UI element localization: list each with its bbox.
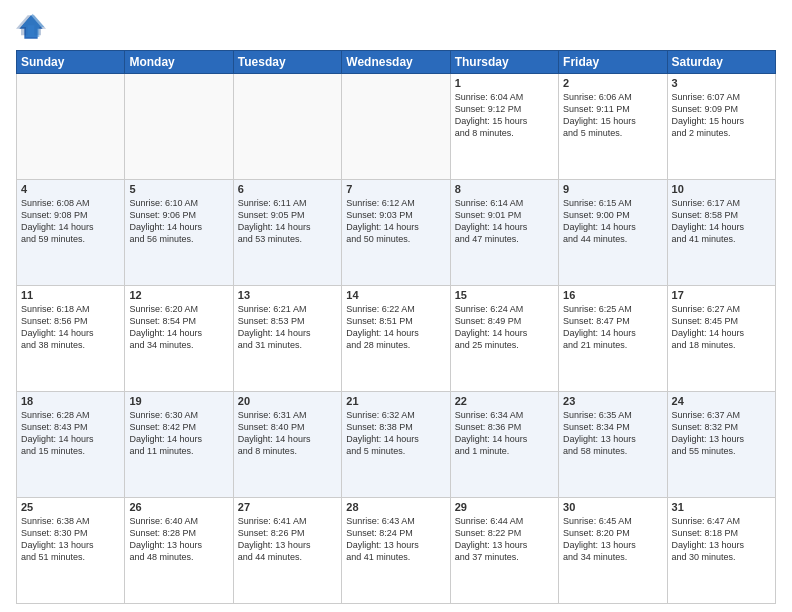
day-number: 26 <box>129 501 228 513</box>
day-info: Sunrise: 6:27 AM Sunset: 8:45 PM Dayligh… <box>672 304 745 350</box>
day-number: 24 <box>672 395 771 407</box>
day-info: Sunrise: 6:44 AM Sunset: 8:22 PM Dayligh… <box>455 516 528 562</box>
logo-icon <box>16 12 46 42</box>
calendar-table: SundayMondayTuesdayWednesdayThursdayFrid… <box>16 50 776 604</box>
day-info: Sunrise: 6:15 AM Sunset: 9:00 PM Dayligh… <box>563 198 636 244</box>
logo <box>16 12 50 42</box>
calendar-day-header: Friday <box>559 51 667 74</box>
day-info: Sunrise: 6:18 AM Sunset: 8:56 PM Dayligh… <box>21 304 94 350</box>
calendar-cell <box>233 74 341 180</box>
day-number: 8 <box>455 183 554 195</box>
calendar-week-row: 18Sunrise: 6:28 AM Sunset: 8:43 PM Dayli… <box>17 392 776 498</box>
day-info: Sunrise: 6:30 AM Sunset: 8:42 PM Dayligh… <box>129 410 202 456</box>
calendar-cell: 9Sunrise: 6:15 AM Sunset: 9:00 PM Daylig… <box>559 180 667 286</box>
calendar-week-row: 4Sunrise: 6:08 AM Sunset: 9:08 PM Daylig… <box>17 180 776 286</box>
day-number: 17 <box>672 289 771 301</box>
calendar-cell: 8Sunrise: 6:14 AM Sunset: 9:01 PM Daylig… <box>450 180 558 286</box>
calendar-cell: 23Sunrise: 6:35 AM Sunset: 8:34 PM Dayli… <box>559 392 667 498</box>
page: SundayMondayTuesdayWednesdayThursdayFrid… <box>0 0 792 612</box>
day-number: 19 <box>129 395 228 407</box>
calendar-day-header: Monday <box>125 51 233 74</box>
day-number: 3 <box>672 77 771 89</box>
day-info: Sunrise: 6:35 AM Sunset: 8:34 PM Dayligh… <box>563 410 636 456</box>
day-info: Sunrise: 6:08 AM Sunset: 9:08 PM Dayligh… <box>21 198 94 244</box>
calendar-week-row: 11Sunrise: 6:18 AM Sunset: 8:56 PM Dayli… <box>17 286 776 392</box>
calendar-cell: 24Sunrise: 6:37 AM Sunset: 8:32 PM Dayli… <box>667 392 775 498</box>
day-info: Sunrise: 6:11 AM Sunset: 9:05 PM Dayligh… <box>238 198 311 244</box>
day-info: Sunrise: 6:34 AM Sunset: 8:36 PM Dayligh… <box>455 410 528 456</box>
day-number: 23 <box>563 395 662 407</box>
calendar-cell: 30Sunrise: 6:45 AM Sunset: 8:20 PM Dayli… <box>559 498 667 604</box>
calendar-cell: 31Sunrise: 6:47 AM Sunset: 8:18 PM Dayli… <box>667 498 775 604</box>
day-info: Sunrise: 6:06 AM Sunset: 9:11 PM Dayligh… <box>563 92 636 138</box>
calendar-week-row: 1Sunrise: 6:04 AM Sunset: 9:12 PM Daylig… <box>17 74 776 180</box>
calendar-cell: 2Sunrise: 6:06 AM Sunset: 9:11 PM Daylig… <box>559 74 667 180</box>
calendar-cell: 21Sunrise: 6:32 AM Sunset: 8:38 PM Dayli… <box>342 392 450 498</box>
calendar-cell <box>342 74 450 180</box>
calendar-cell: 1Sunrise: 6:04 AM Sunset: 9:12 PM Daylig… <box>450 74 558 180</box>
day-number: 18 <box>21 395 120 407</box>
day-info: Sunrise: 6:25 AM Sunset: 8:47 PM Dayligh… <box>563 304 636 350</box>
day-number: 20 <box>238 395 337 407</box>
calendar-cell: 5Sunrise: 6:10 AM Sunset: 9:06 PM Daylig… <box>125 180 233 286</box>
day-info: Sunrise: 6:31 AM Sunset: 8:40 PM Dayligh… <box>238 410 311 456</box>
day-info: Sunrise: 6:47 AM Sunset: 8:18 PM Dayligh… <box>672 516 745 562</box>
calendar-cell: 20Sunrise: 6:31 AM Sunset: 8:40 PM Dayli… <box>233 392 341 498</box>
day-info: Sunrise: 6:37 AM Sunset: 8:32 PM Dayligh… <box>672 410 745 456</box>
calendar-cell: 12Sunrise: 6:20 AM Sunset: 8:54 PM Dayli… <box>125 286 233 392</box>
day-number: 9 <box>563 183 662 195</box>
calendar-cell: 29Sunrise: 6:44 AM Sunset: 8:22 PM Dayli… <box>450 498 558 604</box>
calendar-header-row: SundayMondayTuesdayWednesdayThursdayFrid… <box>17 51 776 74</box>
calendar-cell: 18Sunrise: 6:28 AM Sunset: 8:43 PM Dayli… <box>17 392 125 498</box>
day-info: Sunrise: 6:22 AM Sunset: 8:51 PM Dayligh… <box>346 304 419 350</box>
calendar-cell: 7Sunrise: 6:12 AM Sunset: 9:03 PM Daylig… <box>342 180 450 286</box>
calendar-day-header: Sunday <box>17 51 125 74</box>
calendar-cell: 10Sunrise: 6:17 AM Sunset: 8:58 PM Dayli… <box>667 180 775 286</box>
day-number: 30 <box>563 501 662 513</box>
day-number: 13 <box>238 289 337 301</box>
day-number: 25 <box>21 501 120 513</box>
day-info: Sunrise: 6:14 AM Sunset: 9:01 PM Dayligh… <box>455 198 528 244</box>
day-info: Sunrise: 6:24 AM Sunset: 8:49 PM Dayligh… <box>455 304 528 350</box>
calendar-day-header: Thursday <box>450 51 558 74</box>
day-number: 29 <box>455 501 554 513</box>
day-number: 16 <box>563 289 662 301</box>
day-number: 15 <box>455 289 554 301</box>
day-number: 4 <box>21 183 120 195</box>
calendar-cell <box>125 74 233 180</box>
day-number: 7 <box>346 183 445 195</box>
day-info: Sunrise: 6:41 AM Sunset: 8:26 PM Dayligh… <box>238 516 311 562</box>
calendar-cell: 16Sunrise: 6:25 AM Sunset: 8:47 PM Dayli… <box>559 286 667 392</box>
day-number: 2 <box>563 77 662 89</box>
calendar-day-header: Saturday <box>667 51 775 74</box>
calendar-cell: 26Sunrise: 6:40 AM Sunset: 8:28 PM Dayli… <box>125 498 233 604</box>
calendar-day-header: Wednesday <box>342 51 450 74</box>
day-info: Sunrise: 6:45 AM Sunset: 8:20 PM Dayligh… <box>563 516 636 562</box>
day-number: 22 <box>455 395 554 407</box>
day-info: Sunrise: 6:43 AM Sunset: 8:24 PM Dayligh… <box>346 516 419 562</box>
calendar-cell: 22Sunrise: 6:34 AM Sunset: 8:36 PM Dayli… <box>450 392 558 498</box>
day-number: 1 <box>455 77 554 89</box>
day-info: Sunrise: 6:40 AM Sunset: 8:28 PM Dayligh… <box>129 516 202 562</box>
day-number: 28 <box>346 501 445 513</box>
calendar-cell: 4Sunrise: 6:08 AM Sunset: 9:08 PM Daylig… <box>17 180 125 286</box>
day-info: Sunrise: 6:32 AM Sunset: 8:38 PM Dayligh… <box>346 410 419 456</box>
calendar-day-header: Tuesday <box>233 51 341 74</box>
calendar-cell: 28Sunrise: 6:43 AM Sunset: 8:24 PM Dayli… <box>342 498 450 604</box>
calendar-cell: 19Sunrise: 6:30 AM Sunset: 8:42 PM Dayli… <box>125 392 233 498</box>
calendar-cell: 17Sunrise: 6:27 AM Sunset: 8:45 PM Dayli… <box>667 286 775 392</box>
calendar-cell: 25Sunrise: 6:38 AM Sunset: 8:30 PM Dayli… <box>17 498 125 604</box>
day-info: Sunrise: 6:17 AM Sunset: 8:58 PM Dayligh… <box>672 198 745 244</box>
day-number: 27 <box>238 501 337 513</box>
day-info: Sunrise: 6:38 AM Sunset: 8:30 PM Dayligh… <box>21 516 94 562</box>
day-info: Sunrise: 6:12 AM Sunset: 9:03 PM Dayligh… <box>346 198 419 244</box>
day-info: Sunrise: 6:10 AM Sunset: 9:06 PM Dayligh… <box>129 198 202 244</box>
day-number: 6 <box>238 183 337 195</box>
day-info: Sunrise: 6:04 AM Sunset: 9:12 PM Dayligh… <box>455 92 528 138</box>
calendar-cell: 13Sunrise: 6:21 AM Sunset: 8:53 PM Dayli… <box>233 286 341 392</box>
day-number: 5 <box>129 183 228 195</box>
day-info: Sunrise: 6:07 AM Sunset: 9:09 PM Dayligh… <box>672 92 745 138</box>
day-info: Sunrise: 6:21 AM Sunset: 8:53 PM Dayligh… <box>238 304 311 350</box>
header <box>16 12 776 42</box>
day-info: Sunrise: 6:20 AM Sunset: 8:54 PM Dayligh… <box>129 304 202 350</box>
